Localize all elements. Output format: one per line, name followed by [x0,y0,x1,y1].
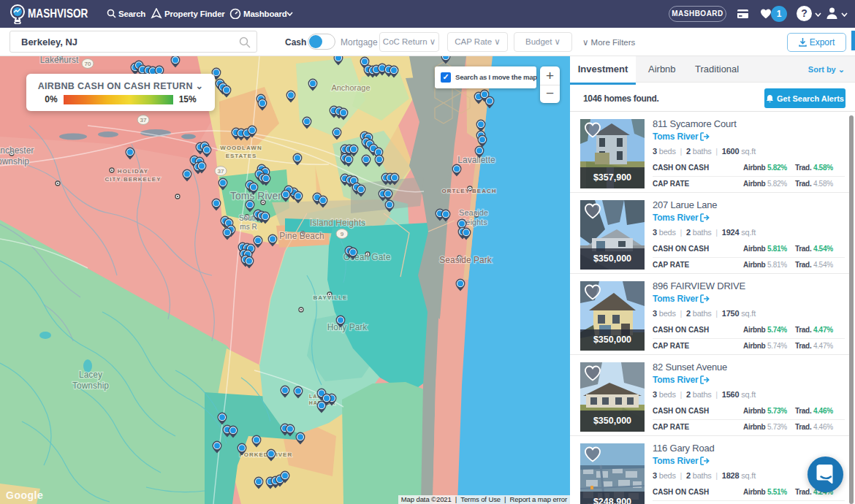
svg-text:HOLIDAY: HOLIDAY [118,168,148,175]
svg-text:Island Heights: Island Heights [310,218,365,228]
svg-text:ms R: ms R [240,223,256,231]
svg-text:37: 37 [140,117,147,123]
svg-text:anchester: anchester [0,145,34,156]
svg-text:70: 70 [85,61,91,67]
svg-text:ORTLEY BEACH: ORTLEY BEACH [442,188,497,194]
svg-text:Pine Beach: Pine Beach [279,231,324,241]
svg-text:Anchorage: Anchorage [331,83,370,92]
svg-text:FORKED RIVER: FORKED RIVER [240,451,292,458]
svg-text:37: 37 [218,168,224,175]
svg-text:Seaside: Seaside [459,208,488,217]
svg-text:ESTATES: ESTATES [226,153,257,159]
svg-text:ownship: ownship [0,156,29,167]
svg-text:Holly Park: Holly Park [327,322,368,332]
svg-text:Township: Township [72,381,109,391]
svg-text:CITY-BERKELEY: CITY-BERKELEY [104,176,161,183]
svg-text:WOODLAWN: WOODLAWN [220,145,262,151]
svg-text:Seaside Park: Seaside Park [439,255,492,265]
svg-text:BAYVILLE: BAYVILLE [314,294,348,301]
svg-text:Lacey: Lacey [79,370,102,380]
svg-text:Lavallette: Lavallette [457,155,495,165]
svg-text:9: 9 [341,231,344,237]
svg-text:Lakehurst: Lakehurst [40,56,79,65]
